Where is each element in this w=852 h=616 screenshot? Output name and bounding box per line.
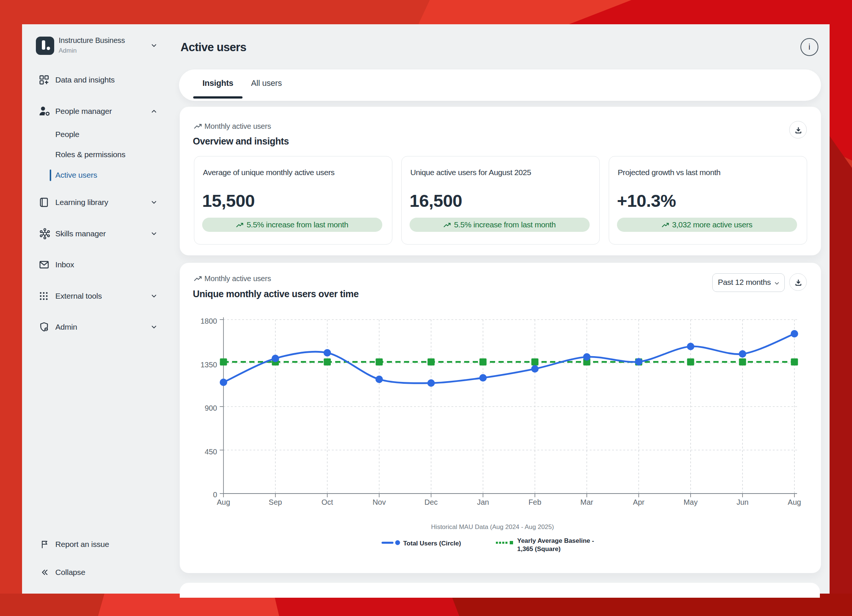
svg-text:Yearly Average Baseline -: Yearly Average Baseline - [517,537,594,544]
svg-text:1800: 1800 [201,317,218,325]
svg-text:Apr: Apr [633,498,645,506]
svg-text:Mar: Mar [580,498,594,506]
svg-text:450: 450 [205,447,217,456]
svg-text:Dec: Dec [424,498,438,506]
svg-text:Aug: Aug [217,498,230,506]
svg-text:900: 900 [205,404,217,412]
svg-text:0: 0 [213,491,217,499]
svg-text:1,365 (Square): 1,365 (Square) [517,545,560,553]
svg-text:Feb: Feb [529,498,541,506]
svg-text:1350: 1350 [201,361,218,369]
svg-text:Sep: Sep [269,498,282,506]
svg-text:Aug: Aug [788,498,801,506]
svg-text:Jan: Jan [477,498,489,506]
svg-text:Total Users (Circle): Total Users (Circle) [403,540,461,547]
svg-text:May: May [683,498,698,506]
svg-text:Jun: Jun [737,498,748,506]
svg-text:Oct: Oct [321,498,333,506]
svg-text:Historical MAU Data (Aug 2024: Historical MAU Data (Aug 2024 - Aug 2025… [431,523,554,530]
svg-text:Nov: Nov [373,498,386,506]
